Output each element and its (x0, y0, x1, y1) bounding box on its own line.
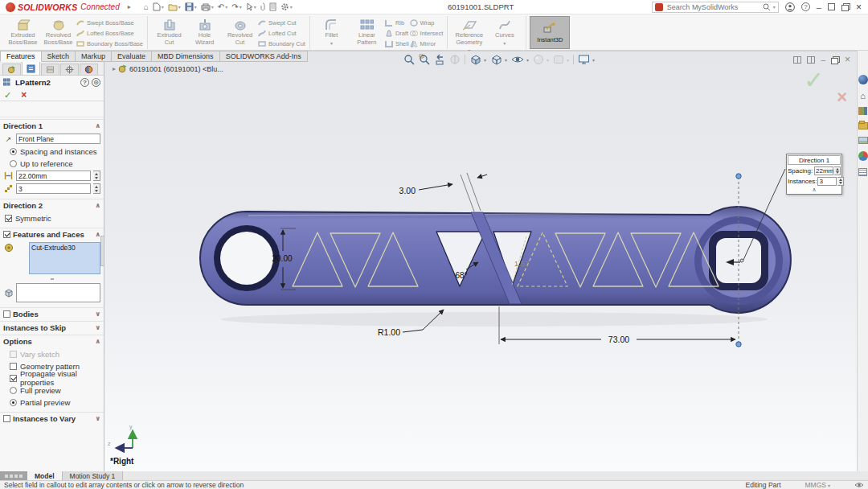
bodies-checkbox[interactable] (3, 310, 10, 318)
doc-restore-button[interactable] (831, 56, 839, 64)
doc-minimize-button[interactable]: – (821, 56, 825, 64)
hide-show-items-icon[interactable] (511, 54, 524, 65)
status-eye-icon[interactable] (854, 481, 864, 489)
print-button[interactable]: ▾ (201, 3, 214, 11)
dim-pattern-length[interactable]: 73.00 (608, 335, 629, 344)
instances-field[interactable] (16, 183, 91, 194)
dimxpert-manager-tab[interactable] (60, 64, 79, 75)
confirm-ok-button[interactable]: ✓ (804, 66, 824, 94)
mirror-button[interactable]: Mirror (410, 39, 444, 47)
list-item[interactable]: Cut-Extrude30 (31, 244, 98, 252)
display-manager-tab[interactable] (80, 64, 98, 75)
drag-handle[interactable] (736, 174, 741, 179)
instances-to-vary-checkbox[interactable] (3, 415, 10, 422)
graphics-viewport[interactable]: 3.00 20.00 68° 1.57 R1.00 73.00 (104, 51, 857, 471)
bodies-section-header[interactable]: Bodies∨ (0, 307, 104, 319)
attachment-icon[interactable] (260, 2, 265, 11)
rib-button[interactable]: Rib (385, 18, 409, 27)
options-section-header[interactable]: Options∧ (0, 335, 104, 347)
lofted-boss-base-button[interactable]: Lofted Boss/Base (76, 29, 143, 37)
instant3d-button[interactable]: Instant3D (530, 16, 570, 49)
zoom-to-area-icon[interactable] (419, 54, 430, 65)
3dexperience-icon[interactable] (858, 75, 868, 84)
pm-pin-icon[interactable]: ⊙ (92, 78, 100, 87)
pm-help-icon[interactable]: ? (80, 78, 89, 87)
configuration-manager-tab[interactable] (41, 64, 59, 75)
partial-preview-radio[interactable] (10, 399, 17, 406)
callout-instances-stepper[interactable] (837, 177, 844, 186)
linear-pattern-button[interactable]: LinearPattern (350, 16, 384, 46)
view-orientation-icon[interactable] (469, 54, 481, 65)
swept-cut-button[interactable]: Swept Cut (258, 18, 305, 27)
boundary-boss-base-button[interactable]: Boundary Boss/Base (76, 39, 143, 47)
dim-rib-angle[interactable]: 68° (455, 271, 467, 280)
menu-expand-icon[interactable]: ▸ (128, 3, 131, 10)
doc-close-button[interactable]: × (845, 55, 850, 64)
custom-properties-icon[interactable] (858, 168, 867, 176)
close-button[interactable]: × (856, 2, 862, 12)
instances-to-skip-section-header[interactable]: Instances to Skip∨ (0, 321, 104, 333)
fillet-button[interactable]: Fillet ▾ (314, 16, 349, 47)
geometry-pattern-checkbox[interactable] (10, 363, 17, 370)
extruded-cut-button[interactable]: ExtrudedCut (152, 16, 186, 46)
spacing-field[interactable] (16, 171, 91, 181)
tab-mbd-dimensions[interactable]: MBD Dimensions (152, 51, 220, 62)
tab-evaluate[interactable]: Evaluate (112, 51, 152, 62)
save-button[interactable]: ▾ (185, 2, 197, 11)
callout-spacing-stepper[interactable] (834, 166, 841, 175)
full-preview-radio[interactable] (10, 387, 17, 394)
dim-corner-radius[interactable]: R1.00 (378, 327, 400, 337)
confirm-cancel-button[interactable]: × (837, 87, 847, 108)
swept-boss-base-button[interactable]: Swept Boss/Base (76, 18, 143, 27)
lofted-cut-button[interactable]: Lofted Cut (258, 29, 305, 37)
dim-rib-width[interactable]: 3.00 (399, 186, 416, 195)
minimize-button[interactable]: – (817, 2, 821, 12)
callout-collapse-icon[interactable]: ∧ (788, 187, 841, 193)
direction1-section-header[interactable]: Direction 1∧ (0, 119, 104, 131)
callout-spacing-field[interactable]: 22mm (814, 166, 833, 175)
feature-manager-tab[interactable] (2, 64, 21, 75)
unit-system-selector[interactable]: MMGS▾ (805, 481, 830, 489)
extruded-boss-base-button[interactable]: ExtrudedBoss/Base (6, 16, 40, 46)
redo-button[interactable]: ↷▾ (231, 3, 241, 11)
tree-expand-icon[interactable]: ▸ (113, 65, 116, 72)
reference-geometry-button[interactable]: ReferenceGeometry ▾ (452, 16, 486, 54)
window-grid-button[interactable] (828, 3, 835, 10)
search-input[interactable] (665, 2, 760, 12)
shell-button[interactable]: Shell (385, 39, 409, 47)
direction1-callout[interactable]: Direction 1 Spacing: 22mm Instances: 3 ∧ (786, 154, 842, 195)
search-icon[interactable] (763, 3, 771, 11)
tab-features[interactable]: Features (0, 51, 42, 62)
left-hole[interactable] (220, 232, 273, 285)
view-settings-icon[interactable] (578, 54, 590, 65)
direction1-reference-field[interactable] (16, 134, 100, 144)
draft-button[interactable]: Draft (385, 29, 409, 37)
pm-cancel-button[interactable]: × (21, 91, 27, 100)
callout-instances-field[interactable]: 3 (817, 177, 837, 186)
previous-view-icon[interactable] (434, 54, 445, 65)
home-button[interactable]: ⌂ (144, 3, 149, 11)
dim-pattern-height[interactable]: 20.00 (272, 254, 292, 263)
zoom-to-fit-icon[interactable] (403, 54, 415, 65)
select-button[interactable]: ▾ (246, 2, 256, 11)
tree-root-label[interactable]: 60191001 (60191001) <Blu... (129, 65, 223, 73)
revolved-boss-base-button[interactable]: RevolvedBoss/Base (41, 16, 76, 46)
fillet-caret-icon[interactable]: ▾ (330, 40, 333, 47)
tab-scroll-buttons[interactable] (0, 471, 27, 480)
feature-tree-flyout[interactable]: ▸ 60191001 (60191001) <Blu... (113, 64, 223, 73)
features-faces-section-header[interactable]: Features and Faces∧ (0, 228, 104, 240)
home-tab-icon[interactable]: ⌂ (860, 92, 866, 100)
instances-to-vary-section-header[interactable]: Instances to Vary∨ (0, 412, 104, 424)
faces-to-pattern-list[interactable] (16, 283, 100, 302)
help-icon[interactable]: ? (801, 2, 810, 11)
tab-markup[interactable]: Markup (76, 51, 112, 62)
restore-button[interactable] (841, 3, 850, 10)
spacing-instances-radio[interactable] (10, 148, 17, 155)
features-faces-checkbox[interactable] (3, 231, 10, 238)
user-account-icon[interactable] (785, 2, 795, 12)
property-manager-tab[interactable] (22, 61, 40, 75)
view-palette-icon[interactable] (858, 137, 868, 144)
file-explorer-icon[interactable] (858, 122, 868, 129)
options-gear-button[interactable]: ▾ (280, 2, 293, 11)
motion-study-tab[interactable]: Motion Study 1 (63, 471, 124, 480)
